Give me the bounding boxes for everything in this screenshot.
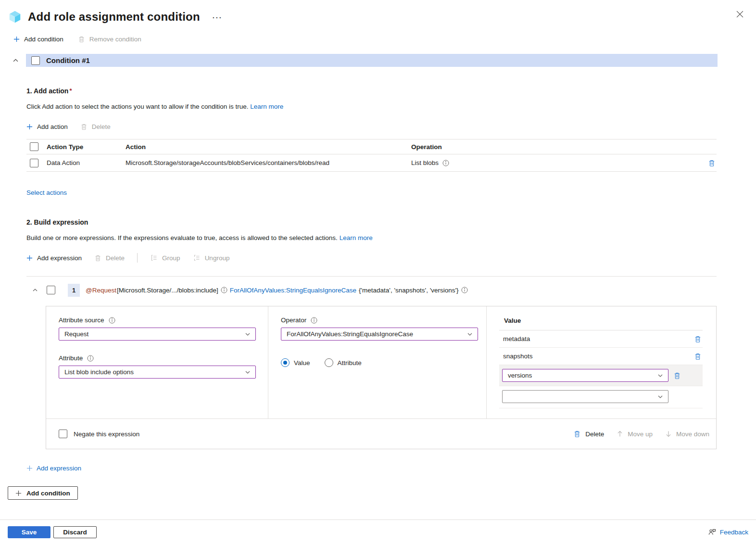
delete-value-trash-icon[interactable] xyxy=(693,352,703,361)
attribute-source-label: Attribute source xyxy=(59,316,104,324)
expression-summary-source: @Request xyxy=(86,287,116,294)
group-command[interactable]: Group xyxy=(150,254,180,262)
delete-value-trash-icon[interactable] xyxy=(672,371,682,380)
feedback-button[interactable]: Feedback xyxy=(708,528,748,536)
plus-icon xyxy=(26,124,33,130)
move-up-button[interactable]: Move up xyxy=(617,430,653,438)
negate-expression-toggle[interactable]: Negate this expression xyxy=(59,430,139,438)
value-row-selected: versions xyxy=(499,365,703,386)
info-icon[interactable] xyxy=(311,317,317,324)
add-condition-command[interactable]: Add condition xyxy=(13,36,63,43)
chevron-down-icon xyxy=(657,394,663,400)
delete-expression-button[interactable]: Delete xyxy=(573,430,604,438)
plus-icon xyxy=(26,255,33,261)
remove-condition-label: Remove condition xyxy=(89,36,141,43)
negate-label: Negate this expression xyxy=(74,430,139,438)
add-action-label: Add action xyxy=(37,123,68,130)
build-expression-heading: 2. Build expression xyxy=(26,218,717,226)
move-down-button[interactable]: Move down xyxy=(665,430,709,438)
expression-checkbox[interactable] xyxy=(47,286,55,294)
chevron-down-icon xyxy=(467,331,473,337)
collapse-expression-chevron-icon[interactable] xyxy=(32,287,47,293)
attribute-dropdown[interactable]: List blob include options xyxy=(59,366,256,379)
feedback-label: Feedback xyxy=(720,529,748,536)
add-condition-button-label: Add condition xyxy=(26,490,70,497)
add-action-description: Click Add action to select the actions y… xyxy=(26,103,717,110)
value-dropdown[interactable]: versions xyxy=(502,369,668,382)
collapse-condition-chevron-icon[interactable] xyxy=(13,57,26,63)
more-commands-icon[interactable]: ··· xyxy=(213,13,223,22)
action-table-row: Data Action Microsoft.Storage/storageAcc… xyxy=(26,154,717,172)
info-icon[interactable] xyxy=(461,287,468,293)
add-action-command[interactable]: Add action xyxy=(26,123,68,130)
add-expression-link[interactable]: Add expression xyxy=(26,465,81,472)
condition-header[interactable]: Condition #1 xyxy=(26,54,718,67)
info-icon[interactable] xyxy=(221,287,227,293)
attribute-source-value: Request xyxy=(64,330,88,338)
select-actions-link[interactable]: Select actions xyxy=(26,189,67,196)
condition-checkbox[interactable] xyxy=(31,56,40,65)
delete-expression-command[interactable]: Delete xyxy=(94,254,125,262)
add-condition-label: Add condition xyxy=(24,36,63,43)
new-value-dropdown[interactable] xyxy=(502,390,668,403)
attribute-source-dropdown[interactable]: Request xyxy=(59,328,256,341)
expression-index-badge: 1 xyxy=(68,284,80,297)
expression-summary-operator-link[interactable]: ForAllOfAnyValues:StringEqualsIgnoreCase xyxy=(230,287,356,294)
toolbar-divider xyxy=(137,253,138,263)
ungroup-command[interactable]: Ungroup xyxy=(193,254,230,262)
trash-icon xyxy=(78,36,85,43)
delete-expression-label: Delete xyxy=(106,254,125,262)
value-row-new xyxy=(499,386,703,408)
condition-command-bar: Add condition Remove condition xyxy=(13,34,756,44)
trash-icon xyxy=(573,430,581,438)
attribute-column: Attribute source Request Attribute List … xyxy=(46,306,268,418)
expression-toolbar: Add expression Delete Group Ungroup xyxy=(26,253,717,263)
actions-table: Action Type Action Operation Data Action… xyxy=(26,139,717,172)
delete-action-row-trash-icon[interactable] xyxy=(707,158,717,168)
page-title: Add role assignment condition xyxy=(28,10,200,24)
delete-action-command[interactable]: Delete xyxy=(80,123,111,130)
delete-label: Delete xyxy=(585,430,604,438)
close-icon[interactable] xyxy=(734,9,745,20)
add-expression-label: Add expression xyxy=(37,254,82,262)
info-icon[interactable] xyxy=(109,317,115,324)
operator-dropdown[interactable]: ForAllOfAnyValues:StringEqualsIgnoreCase xyxy=(281,328,478,341)
radio-selected-icon xyxy=(281,358,290,367)
operator-value: ForAllOfAnyValues:StringEqualsIgnoreCase xyxy=(287,330,413,338)
chevron-down-icon xyxy=(245,369,251,375)
group-label: Group xyxy=(162,254,180,262)
attribute-radio-label: Attribute xyxy=(338,359,362,367)
action-cell: Microsoft.Storage/storageAccounts/blobSe… xyxy=(126,159,411,166)
action-row-checkbox[interactable] xyxy=(30,159,38,167)
value-radio-label: Value xyxy=(294,359,310,367)
actions-table-header: Action Type Action Operation xyxy=(26,139,717,154)
chevron-down-icon xyxy=(245,331,251,337)
value-text: metadata xyxy=(503,335,530,342)
add-expression-command[interactable]: Add expression xyxy=(26,254,82,262)
column-action-type: Action Type xyxy=(47,143,126,151)
info-icon[interactable] xyxy=(87,355,94,362)
info-icon[interactable] xyxy=(442,160,449,166)
expression-list-divider xyxy=(26,276,717,277)
negate-checkbox[interactable] xyxy=(59,430,67,438)
condition-header-row: Condition #1 xyxy=(0,54,718,67)
plus-icon xyxy=(13,36,20,42)
column-operation: Operation xyxy=(411,143,693,151)
save-button[interactable]: Save xyxy=(8,526,50,538)
delete-value-trash-icon[interactable] xyxy=(693,334,703,344)
plus-icon xyxy=(15,490,22,496)
build-expression-learn-more-link[interactable]: Learn more xyxy=(340,234,373,241)
add-condition-button[interactable]: Add condition xyxy=(8,486,78,500)
ungroup-icon xyxy=(193,254,201,262)
condition-title: Condition #1 xyxy=(46,56,90,64)
discard-button[interactable]: Discard xyxy=(53,526,97,538)
operator-column: Operator ForAllOfAnyValues:StringEqualsI… xyxy=(268,306,487,418)
value-radio[interactable]: Value xyxy=(281,358,310,367)
select-all-actions-checkbox[interactable] xyxy=(30,142,38,151)
trash-icon xyxy=(80,123,88,130)
ungroup-label: Ungroup xyxy=(205,254,230,262)
attribute-radio[interactable]: Attribute xyxy=(325,358,362,367)
add-action-learn-more-link[interactable]: Learn more xyxy=(250,103,283,110)
remove-condition-command[interactable]: Remove condition xyxy=(78,36,141,43)
add-action-heading: 1. Add action* xyxy=(26,87,717,95)
